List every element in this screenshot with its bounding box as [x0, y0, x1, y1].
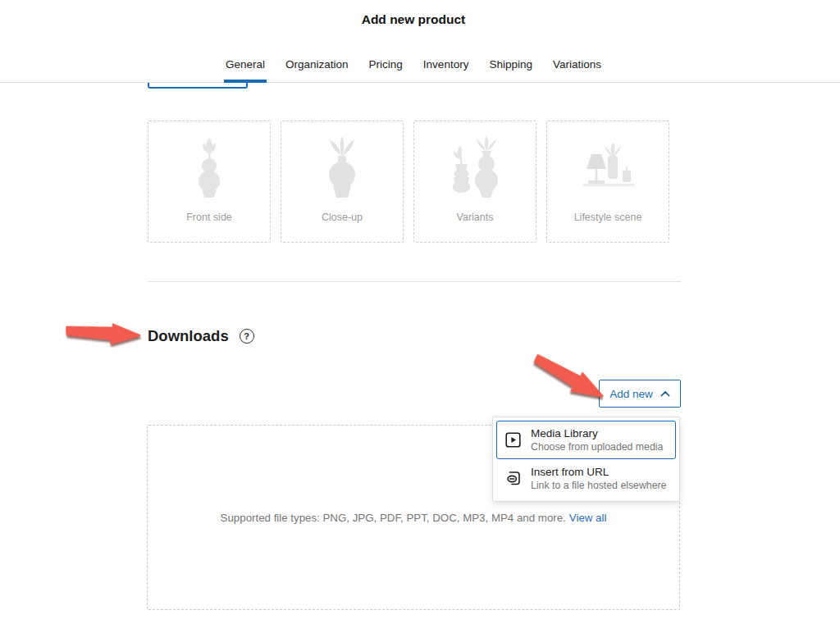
vase-front-illustration [184, 134, 235, 198]
product-image-placeholders: Front side Close-up [148, 121, 669, 243]
tab-variations[interactable]: Variations [552, 50, 602, 82]
add-new-label: Add new [609, 388, 653, 400]
menu-item-insert-from-url[interactable]: Insert from URL Link to a file hosted el… [496, 459, 676, 498]
supported-file-types-text: Supported file types: PNG, JPG, PDF, PPT… [221, 512, 607, 524]
lifestyle-illustration [577, 134, 639, 198]
help-icon[interactable]: ? [240, 329, 254, 344]
tab-general[interactable]: General [225, 50, 266, 82]
tab-inventory[interactable]: Inventory [422, 50, 470, 82]
card-label: Lifestyle scene [574, 212, 642, 223]
card-label: Front side [186, 212, 232, 223]
section-divider [148, 281, 681, 282]
vase-closeup-illustration [315, 134, 369, 198]
tab-bar: General Organization Pricing Inventory S… [0, 50, 833, 82]
supported-text: Supported file types: PNG, JPG, PDF, PPT… [221, 512, 566, 524]
image-card-front-side[interactable]: Front side [148, 121, 271, 243]
menu-item-title: Insert from URL [531, 466, 666, 478]
arrow-to-downloads [63, 319, 144, 349]
view-all-link[interactable]: View all [569, 512, 607, 524]
tab-pricing[interactable]: Pricing [368, 50, 404, 82]
card-label: Variants [457, 212, 494, 223]
downloads-heading: Downloads [148, 327, 229, 345]
page-title: Add new product [0, 0, 833, 27]
two-vases-illustration [445, 134, 504, 198]
menu-item-subtitle: Choose from uploaded media [531, 441, 663, 453]
image-card-close-up[interactable]: Close-up [281, 121, 404, 243]
menu-item-media-library[interactable]: Media Library Choose from uploaded media [496, 421, 676, 459]
partially-scrolled-button[interactable] [148, 82, 248, 89]
downloads-section-header: Downloads ? [148, 327, 254, 345]
chevron-up-icon [660, 390, 670, 397]
tab-organization[interactable]: Organization [285, 50, 349, 82]
page-header: Add new product General Organization Pri… [0, 0, 840, 83]
add-new-button[interactable]: Add new [599, 380, 681, 408]
image-card-lifestyle-scene[interactable]: Lifestyle scene [546, 121, 669, 243]
menu-item-title: Media Library [531, 427, 663, 440]
menu-item-subtitle: Link to a file hosted elsewhere [531, 480, 666, 491]
card-label: Close-up [322, 212, 363, 223]
tab-shipping[interactable]: Shipping [488, 50, 533, 82]
add-new-dropdown-menu: Media Library Choose from uploaded media… [492, 417, 680, 502]
insert-url-icon [504, 470, 522, 487]
media-library-icon [504, 431, 522, 449]
image-card-variants[interactable]: Variants [413, 121, 536, 243]
